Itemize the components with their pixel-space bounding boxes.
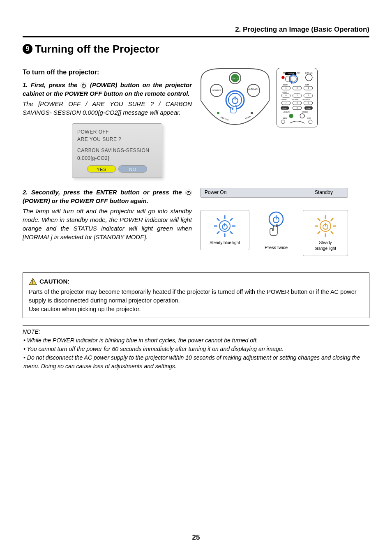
svg-point-21 xyxy=(281,76,284,79)
subheading: To turn off the projector: xyxy=(23,68,192,77)
svg-text:ECO: ECO xyxy=(232,77,238,80)
osd-no-button[interactable]: NO xyxy=(118,165,147,173)
svg-text:8: 8 xyxy=(297,102,298,104)
svg-text:2: 2 xyxy=(297,88,298,90)
press-twice-label: Press twice xyxy=(254,245,299,251)
svg-line-86 xyxy=(331,231,333,234)
step-2: 2. Secondly, press the ENTER button or p… xyxy=(23,188,192,205)
osd-line2: ARE YOU SURE ? xyxy=(77,136,157,143)
svg-point-64 xyxy=(309,120,312,124)
page-number: 25 xyxy=(0,533,392,542)
warning-icon: ! xyxy=(29,278,37,285)
svg-text:CLEAR: CLEAR xyxy=(306,108,311,109)
projector-top-panel: ECO SOURCE AUTO ADJ. STATUS LAMP xyxy=(200,68,270,127)
power-icon xyxy=(81,82,87,89)
note-bullet-3: Do not disconnect the AC power supply to… xyxy=(23,353,369,371)
led-header-left: Power On xyxy=(201,189,300,196)
led-box2-label-a: Steady xyxy=(305,240,346,246)
svg-text:OFF: OFF xyxy=(297,72,301,74)
svg-text:LAMP: LAMP xyxy=(244,115,251,120)
svg-text:5: 5 xyxy=(297,95,298,97)
svg-line-85 xyxy=(318,218,320,221)
led-box1-label: Steady blue light xyxy=(202,240,247,246)
caution-body-2: Use caution when picking up the projecto… xyxy=(29,305,363,314)
svg-text:4: 4 xyxy=(286,95,287,97)
svg-text:1: 1 xyxy=(286,88,287,90)
osd-dialog: POWER OFF ARE YOU SURE ? CARBON SAVINGS-… xyxy=(72,123,162,178)
svg-text:6: 6 xyxy=(308,95,309,97)
svg-point-25 xyxy=(306,74,312,81)
svg-text:ON: ON xyxy=(283,72,286,74)
svg-text:MENU: MENU xyxy=(283,118,288,119)
svg-text:NETWORK: NETWORK xyxy=(292,99,299,101)
note-title: NOTE: xyxy=(23,328,369,336)
svg-line-72 xyxy=(230,231,233,234)
svg-line-87 xyxy=(331,218,333,221)
svg-point-60 xyxy=(300,114,304,118)
svg-text:COMP.: COMP. xyxy=(283,84,288,86)
svg-text:9: 9 xyxy=(308,102,309,104)
svg-point-14 xyxy=(251,112,253,114)
section-title: 9 Turning off the Projector xyxy=(23,42,369,56)
svg-text:FREEZE: FREEZE xyxy=(302,111,309,113)
step-1-desc: The [POWER OFF / ARE YOU SURE ? / CARBON… xyxy=(23,99,192,117)
step2-post: (POWER) or the POWER OFF button again. xyxy=(23,197,148,204)
remote-control: POWER ON OFF AUTO ADJ. COMP. HDMI 1 2 3 … xyxy=(277,68,318,127)
note-bullet-2: You cannot turn off the power for 60 sec… xyxy=(23,345,369,353)
svg-text:SOURCE: SOURCE xyxy=(212,89,221,92)
led-state-header: Power On Standby xyxy=(200,188,348,198)
caution-box: ! CAUTION: Parts of the projector may be… xyxy=(23,272,369,318)
caution-body-1: Parts of the projector may become tempor… xyxy=(29,288,363,305)
led-header-right: Standby xyxy=(300,189,348,196)
svg-text:AV-MUTE: AV-MUTE xyxy=(284,111,290,113)
osd-yes-button[interactable]: YES xyxy=(87,165,116,173)
caution-title-text: CAUTION: xyxy=(39,277,69,286)
svg-text:VIEWER: VIEWER xyxy=(281,99,287,101)
svg-point-13 xyxy=(217,112,219,114)
osd-line1: POWER OFF xyxy=(77,129,157,136)
svg-text:HDMI: HDMI xyxy=(305,84,309,86)
svg-text:7: 7 xyxy=(286,102,287,104)
osd-line3: CARBON SAVINGS-SESSION xyxy=(77,147,157,154)
svg-text:VIDEO: VIDEO xyxy=(282,92,287,93)
svg-text:EXIT: EXIT xyxy=(307,118,311,119)
note-bullet-1: While the POWER indicator is blinking bl… xyxy=(23,336,369,345)
step1-pre: 1. First, press the xyxy=(23,81,81,88)
svg-line-88 xyxy=(318,231,320,234)
step-2-desc: The lamp will turn off and the projector… xyxy=(23,207,192,241)
step-1: 1. First, press the (POWER) button on th… xyxy=(23,81,192,98)
svg-text:ID SET: ID SET xyxy=(283,108,288,109)
led-standby: Steady orange light xyxy=(303,210,348,256)
section-number-badge: 9 xyxy=(23,44,32,54)
svg-text:0: 0 xyxy=(297,107,298,109)
svg-point-63 xyxy=(281,120,285,124)
svg-text:STATUS: STATUS xyxy=(220,116,229,121)
step2-pre: 2. Secondly, press the ENTER button or p… xyxy=(23,189,185,196)
osd-line4: 0.000[g-CO2] xyxy=(77,155,157,162)
chapter-header: 2. Projecting an Image (Basic Operation) xyxy=(23,25,369,37)
svg-line-74 xyxy=(217,231,219,234)
section-title-text: Turning off the Projector xyxy=(35,42,159,56)
led-power-on: Steady blue light xyxy=(200,210,249,250)
power-icon xyxy=(185,189,192,196)
svg-text:AUTO ADJ.: AUTO ADJ. xyxy=(248,88,259,90)
svg-line-73 xyxy=(230,218,233,221)
svg-line-71 xyxy=(217,218,219,221)
led-box2-label-b: orange light xyxy=(305,246,346,252)
svg-text:!: ! xyxy=(32,279,34,285)
svg-point-11 xyxy=(247,84,260,97)
svg-text:USB DISPLAY: USB DISPLAY xyxy=(302,99,310,101)
note-block: NOTE: While the POWER indicator is blink… xyxy=(23,325,369,371)
press-twice: Press twice xyxy=(254,210,299,251)
svg-point-59 xyxy=(289,114,293,118)
svg-text:3: 3 xyxy=(308,88,309,90)
svg-text:AUTO ADJ.: AUTO ADJ. xyxy=(305,72,313,74)
